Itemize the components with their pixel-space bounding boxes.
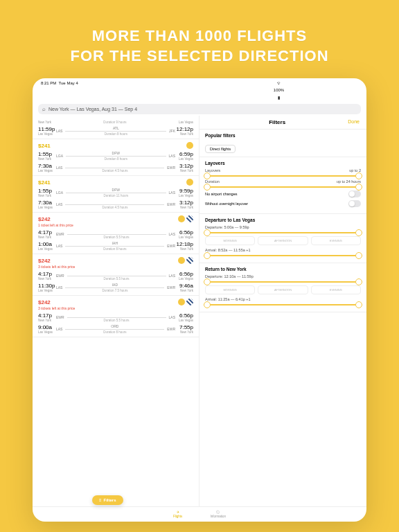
results-pane: New YorkDuration 9 hoursLas Vegas 11:59p…	[33, 116, 200, 506]
sliders-icon: ≡	[99, 498, 102, 502]
flight-leg: 11:30pLas Vegas LAS IADDuration 7.5 hour…	[38, 283, 193, 292]
flight-card[interactable]: $2423 tickets left at this price 4:17pNe…	[33, 254, 199, 296]
filters-pane: Filters Done Popular filters Direct flig…	[200, 116, 366, 506]
departure-title: Departure to Las Vegas	[205, 218, 361, 222]
promo-heading: MORE THAN 1000 FLIGHTS FOR THE SELECTED …	[70, 26, 328, 66]
status-time: 8:21 PM	[41, 81, 56, 85]
tickets-warning: 3 tickets left at this price	[38, 306, 193, 310]
flight-leg: 9:00aLas Vegas LAS ORDDuration 8 hours E…	[38, 324, 193, 334]
layovers-title: Layovers	[205, 161, 361, 166]
tab-bar: ✈Flights ⓘInformation	[33, 506, 366, 522]
price-value: $242	[38, 299, 51, 305]
price-value: $242	[38, 216, 51, 222]
airline-badge-icon	[178, 299, 185, 305]
status-date: Tue May 4	[59, 81, 78, 85]
done-button[interactable]: Done	[348, 119, 360, 125]
flight-leg: 7:30aLas Vegas LAS Duration 4.5 hours EW…	[38, 200, 193, 209]
dep-time-slider[interactable]	[205, 232, 361, 233]
ret-segments[interactable]: MORNINGAFTERNOONEVENING	[205, 285, 361, 294]
filters-button[interactable]: ≡Filters	[92, 495, 123, 505]
direct-flights-chip[interactable]: Direct flights	[205, 145, 236, 153]
airline-badge-icon	[178, 257, 185, 264]
layovers-slider[interactable]	[205, 175, 361, 177]
flight-card[interactable]: New YorkDuration 9 hoursLas Vegas 11:59p…	[33, 116, 199, 139]
promo-line1: MORE THAN 1000 FLIGHTS	[70, 26, 328, 46]
flight-leg: 4:17pNew York EWR Duration 5.5 hours LAS…	[38, 229, 193, 239]
battery-icon: ▮	[278, 95, 280, 100]
tickets-warning: 1 ticket left at this price	[38, 223, 193, 227]
promo-line2: FOR THE SELECTED DIRECTION	[70, 46, 328, 66]
flight-card[interactable]: $241 1:55pNew York LGA DFWDuration 8 hou…	[33, 139, 199, 176]
flight-card[interactable]: $2423 tickets left at this price 4:17pNe…	[33, 296, 199, 337]
filters-title: Filters	[269, 119, 285, 125]
status-bar: 8:21 PM Tue May 4 ᯤ100%▮	[33, 78, 366, 103]
search-text: New York — Las Vegas, Aug 31 — Sep 4	[48, 107, 137, 112]
flight-leg: 1:55pNew York LGA DFWDuration 11 hours L…	[38, 188, 193, 197]
duration-slider[interactable]	[205, 186, 361, 188]
plane-icon: ✈	[177, 511, 179, 514]
dep-segments[interactable]: MORNINGAFTERNOONEVENING	[205, 236, 361, 245]
wifi-icon: ᯤ	[277, 81, 281, 85]
flight-card[interactable]: $2421 ticket left at this price 4:17pNew…	[33, 213, 199, 254]
search-icon: ⌕	[42, 106, 46, 112]
noairport-toggle[interactable]	[348, 190, 361, 197]
arr-time-slider[interactable]	[205, 255, 361, 256]
flight-leg: 1:55pNew York LGA DFWDuration 8 hours LA…	[38, 151, 193, 161]
flight-leg: 1:00aLas Vegas LAS IAHDuration 8 hours E…	[38, 241, 193, 251]
flight-leg: 4:17pNew York EWR Duration 5.5 hours LAS…	[38, 312, 193, 322]
flight-leg: 4:17pNew York EWR Duration 5.5 hours LAS…	[38, 271, 193, 281]
airline-badge-icon	[178, 215, 185, 222]
info-icon: ⓘ	[216, 511, 220, 514]
flight-leg: 7:30aLas Vegas LAS Duration 4.5 hours EW…	[38, 163, 193, 172]
popular-title: Popular filters	[205, 133, 361, 138]
tab-flights[interactable]: ✈Flights	[173, 511, 182, 518]
tickets-warning: 3 tickets left at this price	[38, 265, 193, 269]
airline-badge-icon	[186, 179, 193, 186]
battery-pct: 100%	[274, 88, 284, 92]
price-value: $241	[38, 179, 51, 186]
airline-badge-icon	[186, 215, 193, 222]
tab-info[interactable]: ⓘInformation	[210, 511, 226, 518]
airline-badge-icon	[186, 257, 193, 264]
price-value: $242	[38, 258, 51, 264]
airline-badge-icon	[186, 142, 193, 149]
flight-list[interactable]: New YorkDuration 9 hoursLas Vegas 11:59p…	[33, 116, 199, 506]
ret-dep-slider[interactable]	[205, 281, 361, 283]
price-value: $241	[38, 143, 51, 149]
flight-card[interactable]: $241 1:55pNew York LGA DFWDuration 11 ho…	[33, 176, 199, 213]
flight-leg: 11:59pLas Vegas LAS ATLDuration 8 hours …	[38, 126, 193, 136]
search-bar[interactable]: ⌕ New York — Las Vegas, Aug 31 — Sep 4	[38, 104, 361, 114]
overnight-toggle[interactable]	[348, 200, 361, 207]
tablet-frame: 8:21 PM Tue May 4 ᯤ100%▮ ⌕ New York — La…	[33, 78, 366, 522]
airline-badge-icon	[186, 299, 193, 305]
ret-arr-slider[interactable]	[205, 304, 361, 305]
return-title: Return to New York	[205, 267, 361, 272]
